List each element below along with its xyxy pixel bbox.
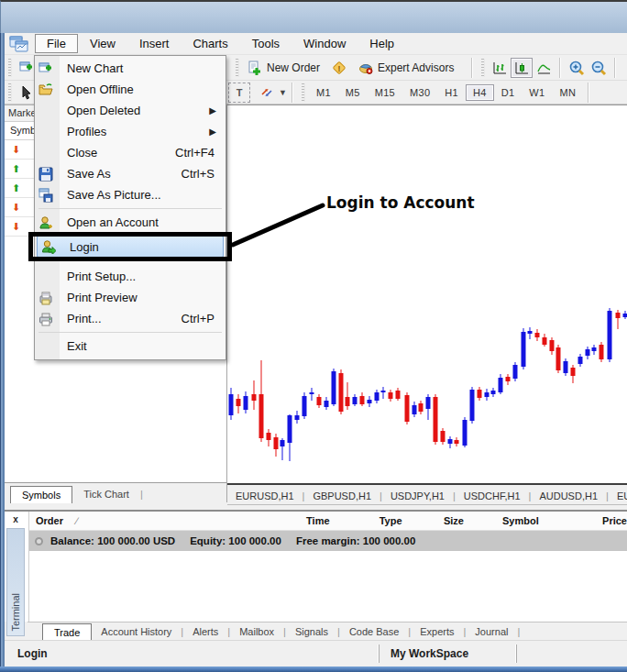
file-menu-item-print-preview[interactable]: Print Preview	[35, 287, 226, 308]
file-menu-item-save-as-picture[interactable]: Save As Picture...	[35, 184, 226, 205]
terminal-tab-trade[interactable]: Trade	[42, 623, 92, 641]
timeframe-w1[interactable]: W1	[522, 84, 552, 101]
terminal-column-price[interactable]: Price	[539, 515, 627, 526]
no-icon	[38, 339, 60, 354]
toolbar-drag-handle[interactable]	[302, 83, 305, 102]
file-menu-item-print[interactable]: Print...Ctrl+P	[35, 308, 226, 329]
file-menu-item-login[interactable]: Login	[37, 236, 224, 258]
menu-item-label: Close	[60, 146, 175, 160]
status-bar: Login My WorkSpace	[5, 640, 627, 666]
new-order-icon	[248, 61, 262, 75]
terminal-tab-code-base[interactable]: Code Base	[340, 623, 408, 640]
balance-text: Balance: 100 000.00 USDEquity: 100 000.0…	[50, 535, 430, 546]
chart-tab-gbpusd-h1[interactable]: GBPUSD,H1	[304, 489, 380, 503]
file-menu-item-save-as[interactable]: Save AsCtrl+S	[35, 163, 226, 184]
terminal-tab-experts[interactable]: Experts	[411, 623, 463, 640]
expert-advisors-label: Expert Advisors	[378, 61, 454, 74]
text-label-icon[interactable]: T	[228, 83, 250, 103]
chart-tab-usdjpy-h1[interactable]: USDJPY,H1	[382, 489, 453, 503]
balance-status-icon	[35, 537, 43, 545]
window-titlebar[interactable]	[0, 0, 627, 33]
terminal-column-symbol[interactable]: Symbol	[464, 515, 539, 526]
chart-tab-euru[interactable]: EURU	[609, 489, 627, 503]
menu-view[interactable]: View	[78, 34, 127, 53]
zoom-in-icon[interactable]	[566, 58, 588, 78]
menu-shortcut: Ctrl+S	[182, 167, 220, 181]
terminal-column-size[interactable]: Size	[402, 515, 464, 526]
menu-bar: FileViewInsertChartsToolsWindowHelp	[5, 33, 627, 55]
cursor-pointer-icon[interactable]	[19, 85, 34, 100]
timeframe-m30[interactable]: M30	[402, 84, 437, 101]
expert-advisors-button[interactable]: Expert Advisors	[354, 59, 458, 77]
open-folder-icon	[38, 83, 60, 97]
chevron-down-icon[interactable]: ▼	[279, 88, 287, 97]
new-chart-icon[interactable]	[19, 61, 34, 75]
terminal-tab-mailbox[interactable]: Mailbox	[230, 623, 283, 640]
file-menu-item-new-chart[interactable]: New Chart	[35, 58, 226, 79]
chart-tab-usdchf-h1[interactable]: USDCHF,H1	[456, 489, 529, 503]
timeframe-mn[interactable]: MN	[552, 84, 583, 101]
toolbar-drag-handle[interactable]	[236, 59, 239, 77]
timeframe-h4[interactable]: H4	[466, 84, 494, 101]
menu-window[interactable]: Window	[292, 34, 358, 53]
menu-item-label: Open Deleted	[60, 104, 209, 117]
terminal-tab-alerts[interactable]: Alerts	[183, 623, 227, 640]
file-menu-item-open-offline[interactable]: Open Offline	[35, 79, 226, 100]
toolbar-drag-handle[interactable]	[481, 59, 485, 77]
menu-charts[interactable]: Charts	[181, 34, 239, 53]
timeframe-h1[interactable]: H1	[437, 84, 466, 101]
tab-tick-chart[interactable]: Tick Chart	[72, 486, 140, 502]
tab-symbols[interactable]: Symbols	[10, 486, 72, 503]
no-icon	[38, 270, 60, 284]
file-menu-item-print-setup[interactable]: Print Setup...	[35, 266, 226, 287]
menu-file[interactable]: File	[35, 34, 78, 53]
terminal-vertical-tab[interactable]: Terminal	[6, 528, 25, 636]
toolbar-drag-handle[interactable]	[8, 83, 12, 102]
menu-help[interactable]: Help	[358, 34, 406, 53]
timeframe-m5[interactable]: M5	[338, 84, 368, 101]
file-menu-item-profiles[interactable]: Profiles▶	[35, 121, 226, 142]
bar-chart-icon[interactable]	[489, 58, 511, 78]
status-workspace-text[interactable]: My WorkSpace	[379, 644, 516, 663]
terminal-tab-signals[interactable]: Signals	[286, 623, 337, 640]
svg-text:!: !	[338, 63, 341, 72]
new-order-button[interactable]: New Order	[243, 59, 324, 77]
terminal-tabs-bar: TradeAccount History|Alerts|Mailbox|Sign…	[28, 622, 627, 640]
file-menu-item-open-an-account[interactable]: Open an Account	[35, 212, 226, 233]
close-icon[interactable]: x	[9, 514, 22, 526]
no-icon	[38, 125, 60, 139]
terminal-column-type[interactable]: Type	[330, 515, 402, 526]
menu-insert[interactable]: Insert	[127, 34, 182, 53]
menu-item-label: New Chart	[60, 61, 220, 75]
toolbar-separator	[471, 58, 473, 78]
chart-tab-audusd-h1[interactable]: AUDUSD,H1	[531, 489, 606, 503]
line-chart-icon[interactable]	[533, 58, 555, 78]
menu-item-label: Print Setup...	[60, 270, 220, 283]
menu-tools[interactable]: Tools	[240, 34, 292, 53]
file-menu-item-exit[interactable]: Exit	[35, 336, 226, 357]
menu-item-label: Profiles	[60, 125, 209, 138]
status-action-text: Login	[5, 647, 379, 660]
terminal-tab-journal[interactable]: Journal	[466, 623, 517, 640]
app-logo-icon	[9, 36, 29, 52]
candlestick-chart-icon[interactable]	[511, 58, 533, 78]
cycle-lines-icon[interactable]	[256, 83, 278, 103]
timeframe-d1[interactable]: D1	[494, 84, 522, 101]
terminal-column-time[interactable]: Time	[250, 515, 330, 526]
file-menu-item-close[interactable]: CloseCtrl+F4	[35, 142, 226, 163]
terminal-column-order[interactable]: Order∕	[29, 515, 250, 526]
chart-tab-eurusd-h1[interactable]: EURUSD,H1	[227, 489, 302, 503]
chart-window[interactable]	[227, 105, 627, 485]
balance-segment: Balance: 100 000.00 USD	[50, 535, 175, 546]
timeframe-m1[interactable]: M1	[309, 84, 338, 101]
toolbar-drag-handle[interactable]	[8, 59, 12, 77]
menu-item-label: Login	[63, 240, 217, 254]
warning-icon[interactable]: !	[332, 61, 346, 75]
terminal-tab-account-history[interactable]: Account History	[92, 623, 181, 640]
menu-bar-items: FileViewInsertChartsToolsWindowHelp	[35, 34, 406, 53]
toolbar-separator	[292, 83, 293, 103]
zoom-out-icon[interactable]	[588, 58, 610, 78]
timeframe-m15[interactable]: M15	[368, 84, 402, 101]
file-menu-item-open-deleted[interactable]: Open Deleted▶	[35, 100, 226, 121]
balance-row: Balance: 100 000.00 USDEquity: 100 000.0…	[29, 531, 627, 551]
